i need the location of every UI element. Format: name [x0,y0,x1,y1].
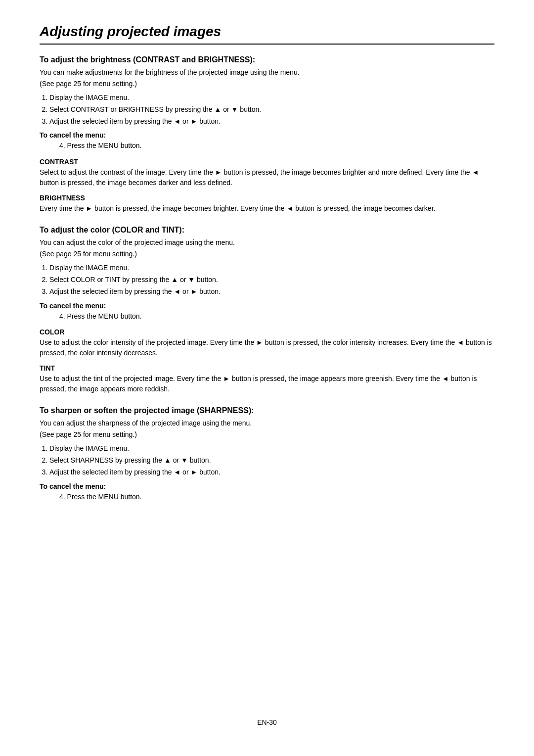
color-subsection: COLOR Use to adjust the color intensity … [40,328,494,358]
step-item: Display the IMAGE menu. [49,443,494,455]
tint-heading: TINT [40,364,494,372]
step-item: Adjust the selected item by pressing the… [49,467,494,478]
section-brightness-intro: You can make adjustments for the brightn… [40,67,494,78]
section-brightness-steps: Display the IMAGE menu. Select CONTRAST … [49,92,494,127]
contrast-body: Select to adjust the contrast of the ima… [40,167,494,188]
tint-body: Use to adjust the tint of the projected … [40,374,494,394]
tint-subsection: TINT Use to adjust the tint of the proje… [40,364,494,394]
cancel-label-2: To cancel the menu: [40,302,494,310]
section-color-steps: Display the IMAGE menu. Select COLOR or … [49,262,494,297]
cancel-section-2: To cancel the menu: Press the MENU butto… [40,302,494,323]
cancel-step-1: Press the MENU button. [59,140,494,152]
section-brightness-heading: To adjust the brightness (CONTRAST and B… [40,55,494,64]
contrast-subsection: CONTRAST Select to adjust the contrast o… [40,158,494,188]
contrast-heading: CONTRAST [40,158,494,166]
step-item: Display the IMAGE menu. [49,92,494,104]
section-sharpness-steps: Display the IMAGE menu. Select SHARPNESS… [49,443,494,478]
section-sharpness-heading: To sharpen or soften the projected image… [40,406,494,415]
cancel-step-2: Press the MENU button. [59,311,494,323]
cancel-label-3: To cancel the menu: [40,482,494,490]
section-brightness: To adjust the brightness (CONTRAST and B… [40,55,494,214]
step-item: Adjust the selected item by pressing the… [49,286,494,298]
color-heading: COLOR [40,328,494,336]
cancel-section-1: To cancel the menu: Press the MENU butto… [40,131,494,152]
section-color-intro: You can adjust the color of the projecte… [40,237,494,248]
section-sharpness-see-page: (See page 25 for menu setting.) [40,429,494,440]
cancel-section-3: To cancel the menu: Press the MENU butto… [40,482,494,503]
step-item: Select COLOR or TINT by pressing the ▲ o… [49,274,494,286]
brightness-body: Every time the ► button is pressed, the … [40,203,494,214]
section-color: To adjust the color (COLOR and TINT): Yo… [40,226,494,394]
section-sharpness: To sharpen or soften the projected image… [40,406,494,503]
section-color-heading: To adjust the color (COLOR and TINT): [40,226,494,235]
brightness-subsection: BRIGHTNESS Every time the ► button is pr… [40,194,494,214]
section-sharpness-intro: You can adjust the sharpness of the proj… [40,418,494,428]
cancel-step-3: Press the MENU button. [59,491,494,503]
step-item: Display the IMAGE menu. [49,262,494,274]
brightness-heading: BRIGHTNESS [40,194,494,202]
page-title: Adjusting projected images [40,24,494,45]
section-brightness-see-page: (See page 25 for menu setting.) [40,79,494,89]
step-item: Adjust the selected item by pressing the… [49,116,494,128]
step-item: Select CONTRAST or BRIGHTNESS by pressin… [49,104,494,116]
color-body: Use to adjust the color intensity of the… [40,337,494,358]
page-footer: EN-30 [0,718,534,726]
cancel-label-1: To cancel the menu: [40,131,494,139]
section-color-see-page: (See page 25 for menu setting.) [40,249,494,259]
step-item: Select SHARPNESS by pressing the ▲ or ▼ … [49,455,494,467]
